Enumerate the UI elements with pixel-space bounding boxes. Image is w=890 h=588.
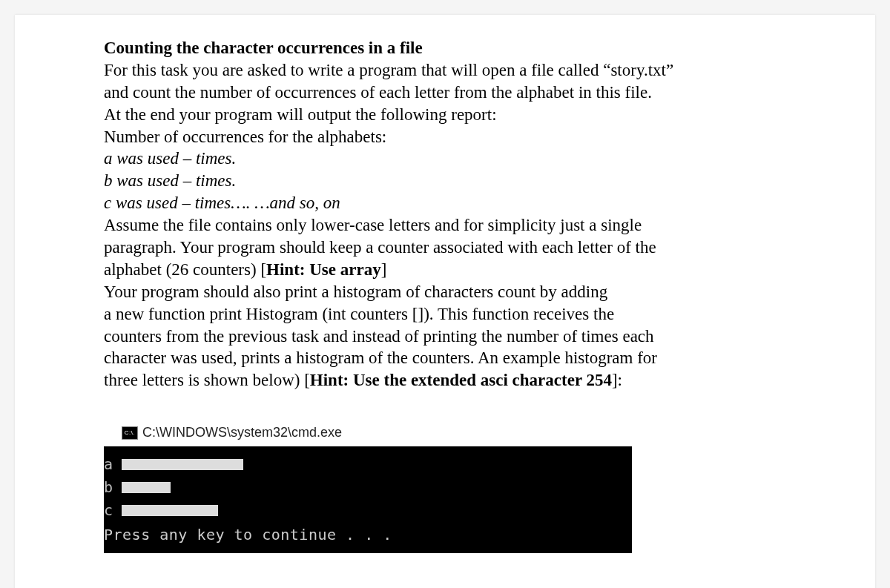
histogram-label-a: a [104, 454, 114, 475]
paragraph-line: At the end your program will output the … [104, 104, 786, 126]
paragraph-line: and count the number of occurrences of e… [104, 82, 786, 104]
histogram-row-b: b [104, 477, 627, 498]
text-span: alphabet (26 counters) [ [104, 260, 266, 279]
histogram-row-c: c [104, 500, 627, 521]
paragraph-line: alphabet (26 counters) [Hint: Use array] [104, 259, 786, 281]
italic-example-a: a was used – times. [104, 148, 786, 170]
text-span: ] [381, 260, 387, 279]
histogram-row-a: a [104, 454, 627, 475]
paragraph-line: character was used, prints a histogram o… [104, 347, 786, 369]
paragraph-line: For this task you are asked to write a p… [104, 59, 786, 82]
italic-example-c: c was used – times…. …and so, on [104, 192, 786, 214]
paragraph-line: counters from the previous task and inst… [104, 326, 786, 348]
histogram-label-c: c [104, 500, 114, 521]
paragraph-line: Your program should also print a histogr… [104, 281, 786, 303]
document-title: Counting the character occurrences in a … [104, 37, 786, 59]
console-title-bar: C:\. C:\WINDOWS\system32\cmd.exe [122, 425, 786, 440]
histogram-bar-a [122, 459, 243, 470]
paragraph-line: Assume the file contains only lower-case… [104, 214, 786, 237]
hint-ascii: Hint: Use the extended asci character 25… [310, 371, 612, 389]
document-page: Counting the character occurrences in a … [15, 15, 875, 588]
histogram-label-b: b [104, 477, 114, 498]
cmd-icon: C:\. [122, 426, 138, 440]
spacer [104, 392, 786, 425]
text-span: ]: [612, 371, 622, 389]
italic-example-b: b was used – times. [104, 170, 786, 192]
console-title-text: C:\WINDOWS\system32\cmd.exe [142, 425, 342, 440]
paragraph-line: a new function print Histogram (int coun… [104, 303, 786, 326]
text-span: three letters is shown below) [ [104, 371, 310, 389]
paragraph-line: three letters is shown below) [Hint: Use… [104, 369, 786, 392]
paragraph-line: Number of occurrences for the alphabets: [104, 126, 786, 148]
console-window: a b c Press any key to continue . . . [104, 446, 632, 553]
paragraph-line: paragraph. Your program should keep a co… [104, 237, 786, 259]
histogram-bar-c [122, 505, 218, 516]
histogram-bar-b [122, 482, 171, 493]
hint-array: Hint: Use array [266, 260, 381, 279]
press-any-key: Press any key to continue . . . [104, 524, 627, 546]
